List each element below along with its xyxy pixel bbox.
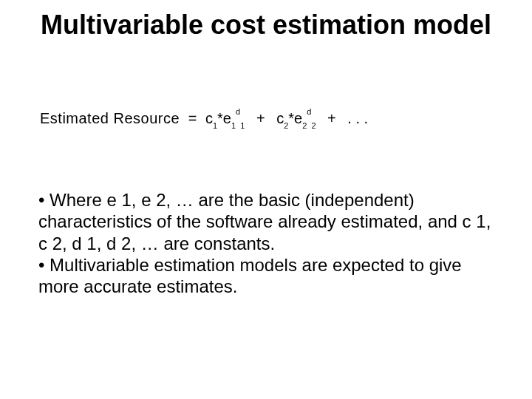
coef-c2-sub: 2 (284, 121, 288, 130)
formula: Estimated Resource = c1*e1d1 + c2*e2d2 +… (40, 111, 368, 129)
exp-d2-sub: 2 (311, 121, 316, 130)
plus-2: + (327, 110, 336, 126)
plus-1: + (256, 110, 265, 126)
equals-sign: = (188, 110, 197, 126)
ellipsis: . . . (347, 110, 368, 126)
exp-d: d (236, 107, 240, 116)
exp-d-sub: 1 (240, 121, 245, 130)
slide: Multivariable cost estimation model Esti… (0, 0, 532, 399)
formula-label: Estimated Resource (40, 110, 180, 126)
bullet-2: Multivariable estimation models are expe… (38, 254, 497, 298)
base-e: e (223, 110, 231, 126)
slide-title: Multivariable cost estimation model (0, 10, 532, 40)
term-2: c2*e2d2 (276, 111, 316, 129)
base-e-sub: 1 (231, 121, 236, 130)
exp-d2: d (307, 107, 311, 116)
base-e2: e (294, 110, 302, 126)
body-text: Where e 1, e 2, … are the basic (indepen… (38, 189, 497, 297)
star-2: * (288, 110, 294, 126)
coef-c: c (205, 110, 213, 126)
star-1: * (217, 110, 223, 126)
coef-c-sub: 1 (213, 121, 217, 130)
bullet-1: Where e 1, e 2, … are the basic (indepen… (38, 189, 497, 254)
base-e2-sub: 2 (302, 121, 307, 130)
term-1: c1*e1d1 (205, 111, 245, 129)
coef-c2: c (276, 110, 284, 126)
